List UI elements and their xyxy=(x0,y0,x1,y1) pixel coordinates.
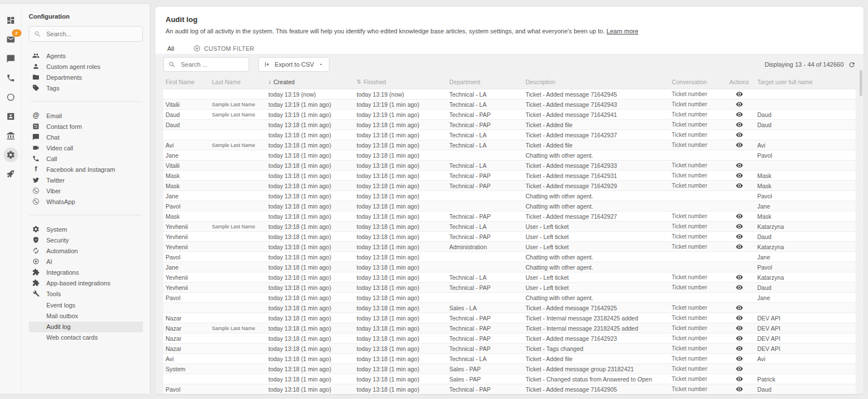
cell-first-name: Jane xyxy=(163,152,210,159)
cell-department: Technical - PAP xyxy=(447,345,523,352)
ticket-number-link[interactable]: Ticket number xyxy=(672,244,708,250)
sidebar-item-custom-agent-roles[interactable]: Custom agent roles xyxy=(29,61,143,72)
ticket-number-link[interactable]: Ticket number xyxy=(672,355,708,362)
view-details-eye-icon[interactable] xyxy=(736,304,743,311)
rail-item-dashboard[interactable] xyxy=(3,13,18,28)
sidebar-item-tags[interactable]: Tags xyxy=(29,83,143,93)
ticket-number-link[interactable]: Ticket number xyxy=(672,162,708,168)
rail-item-calls[interactable] xyxy=(3,71,18,85)
cell-description: Ticket - Added message 71642925 xyxy=(523,305,656,311)
view-details-eye-icon[interactable] xyxy=(736,172,743,179)
sidebar-item-video-call[interactable]: Video call xyxy=(29,142,143,153)
sidebar-subitem-mail-outbox[interactable]: Mail outbox xyxy=(29,311,143,322)
view-details-eye-icon[interactable] xyxy=(736,182,743,189)
table-search[interactable] xyxy=(163,57,249,72)
sidebar-item-viber[interactable]: Viber xyxy=(29,185,143,196)
sidebar-item-automation[interactable]: Automation xyxy=(29,245,143,256)
sidebar-item-integrations[interactable]: Integrations xyxy=(29,267,143,277)
view-details-eye-icon[interactable] xyxy=(736,335,743,342)
sidebar-item-app-based-integrations[interactable]: App-based integrations xyxy=(29,277,143,288)
view-details-eye-icon[interactable] xyxy=(736,111,743,118)
view-details-eye-icon[interactable] xyxy=(736,365,743,372)
sidebar-item-system[interactable]: System xyxy=(29,224,143,235)
cell-created: today 13:18 (1 min ago) xyxy=(266,284,354,291)
table-row: Yevheniitoday 13:18 (1 min ago)today 13:… xyxy=(163,283,856,293)
ticket-number-link[interactable]: Ticket number xyxy=(672,325,708,331)
view-details-eye-icon[interactable] xyxy=(736,162,743,169)
view-details-eye-icon[interactable] xyxy=(736,284,743,291)
ticket-number-link[interactable]: Ticket number xyxy=(672,132,708,138)
ticket-number-link[interactable]: Ticket number xyxy=(672,366,708,372)
sidebar-item-facebook-and-instagram[interactable]: fFacebook and Instagram xyxy=(29,164,143,175)
ticket-number-link[interactable]: Ticket number xyxy=(672,274,708,280)
view-details-eye-icon[interactable] xyxy=(736,101,743,108)
ticket-number-link[interactable]: Ticket number xyxy=(672,223,708,229)
table-search-input[interactable] xyxy=(180,60,244,68)
view-details-eye-icon[interactable] xyxy=(736,121,743,128)
view-details-eye-icon[interactable] xyxy=(736,131,743,138)
ticket-number-link[interactable]: Ticket number xyxy=(672,111,708,118)
sidebar-subitem-event-logs[interactable]: Event logs xyxy=(29,300,143,311)
scrollbar-thumb[interactable] xyxy=(860,70,862,96)
rail-item-getting-started[interactable] xyxy=(3,167,18,181)
ticket-number-link[interactable]: Ticket number xyxy=(672,305,708,311)
configuration-search[interactable] xyxy=(29,26,143,42)
ticket-number-link[interactable]: Ticket number xyxy=(672,183,708,189)
ticket-number-link[interactable]: Ticket number xyxy=(672,233,708,240)
cell-target-user: Katarzyna xyxy=(755,274,856,281)
rail-item-billing[interactable] xyxy=(3,128,18,143)
column-header-finished[interactable]: ⇅Finished xyxy=(354,79,447,85)
ticket-number-link[interactable]: Ticket number xyxy=(672,91,708,97)
page-title: Audit log xyxy=(166,15,853,24)
ticket-number-link[interactable]: Ticket number xyxy=(672,122,708,128)
export-to-csv-button[interactable]: Export to CSV xyxy=(258,57,329,72)
view-details-eye-icon[interactable] xyxy=(736,345,743,352)
ticket-number-link[interactable]: Ticket number xyxy=(672,172,708,179)
learn-more-link[interactable]: Learn more xyxy=(606,28,638,34)
refresh-icon[interactable] xyxy=(848,61,856,68)
column-header-created[interactable]: ↓Created xyxy=(266,79,354,85)
sidebar-item-twitter[interactable]: Twitter xyxy=(29,175,143,185)
sidebar-item-chat[interactable]: Chat xyxy=(29,132,143,142)
sidebar-item-email[interactable]: @Email xyxy=(29,110,143,121)
view-details-eye-icon[interactable] xyxy=(736,90,743,98)
ticket-number-link[interactable]: Ticket number xyxy=(672,284,708,290)
sidebar-item-contact-form[interactable]: Contact form xyxy=(29,121,143,132)
view-details-eye-icon[interactable] xyxy=(736,355,743,362)
rail-item-tickets[interactable]: 2 xyxy=(3,32,18,47)
view-details-eye-icon[interactable] xyxy=(736,223,743,230)
rail-item-chats[interactable] xyxy=(3,51,18,66)
view-details-eye-icon[interactable] xyxy=(736,243,743,250)
ticket-number-link[interactable]: Ticket number xyxy=(672,376,708,382)
view-details-eye-icon[interactable] xyxy=(736,375,743,383)
configuration-search-input[interactable] xyxy=(45,30,138,38)
ticket-number-link[interactable]: Ticket number xyxy=(672,345,708,352)
view-details-eye-icon[interactable] xyxy=(736,385,743,393)
sidebar-item-agents[interactable]: Agents xyxy=(29,50,143,61)
ticket-number-link[interactable]: Ticket number xyxy=(672,142,708,148)
ticket-number-link[interactable]: Ticket number xyxy=(672,335,708,341)
view-details-eye-icon[interactable] xyxy=(736,324,743,332)
rail-item-status[interactable] xyxy=(3,90,18,105)
view-details-eye-icon[interactable] xyxy=(736,141,743,149)
sidebar-item-security[interactable]: Security xyxy=(29,235,143,245)
cell-created: today 13:19 (1 min ago) xyxy=(266,101,354,108)
view-details-eye-icon[interactable] xyxy=(736,314,743,322)
ticket-number-link[interactable]: Ticket number xyxy=(672,213,708,219)
sidebar-item-whatsapp[interactable]: WhatsApp xyxy=(29,196,143,207)
view-details-eye-icon[interactable] xyxy=(736,274,743,281)
sidebar-subitem-audit-log[interactable]: Audit log xyxy=(29,322,143,332)
sidebar-item-ai[interactable]: AI xyxy=(29,256,143,267)
rail-item-settings[interactable] xyxy=(3,148,18,162)
sidebar-item-departments[interactable]: Departments xyxy=(29,72,143,83)
cell-description: User - Left ticket xyxy=(523,274,656,281)
ticket-number-link[interactable]: Ticket number xyxy=(672,386,708,392)
ticket-number-link[interactable]: Ticket number xyxy=(672,315,708,321)
rail-item-contacts[interactable] xyxy=(3,109,18,124)
sidebar-subitem-web-contact-cards[interactable]: Web contact cards xyxy=(29,332,143,343)
sidebar-item-tools[interactable]: Tools xyxy=(29,288,143,299)
view-details-eye-icon[interactable] xyxy=(736,233,743,240)
ticket-number-link[interactable]: Ticket number xyxy=(672,101,708,107)
sidebar-item-call[interactable]: Call xyxy=(29,153,143,164)
view-details-eye-icon[interactable] xyxy=(736,212,743,220)
